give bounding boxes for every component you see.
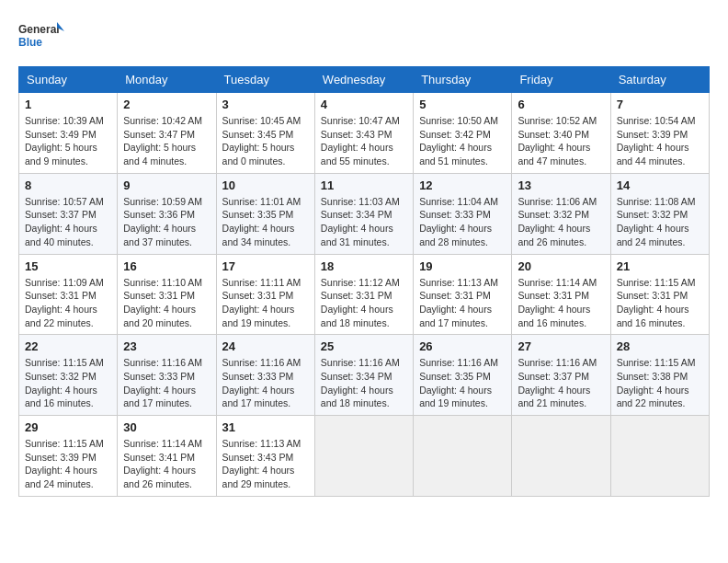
day-number: 21 [617, 259, 703, 273]
calendar-cell: 15Sunrise: 11:09 AM Sunset: 3:31 PM Dayl… [19, 254, 118, 335]
cell-text: Sunrise: 11:16 AM Sunset: 3:33 PM Daylig… [123, 356, 210, 410]
page-header: General Blue [18, 18, 710, 57]
calendar-cell: 11Sunrise: 11:03 AM Sunset: 3:34 PM Dayl… [314, 173, 413, 254]
cell-text: Sunrise: 11:16 AM Sunset: 3:35 PM Daylig… [419, 356, 506, 410]
day-number: 31 [222, 420, 309, 434]
calendar-cell: 23Sunrise: 11:16 AM Sunset: 3:33 PM Dayl… [118, 335, 216, 416]
day-number: 16 [123, 259, 210, 273]
cell-text: Sunrise: 10:45 AM Sunset: 3:45 PM Daylig… [222, 114, 309, 168]
day-number: 6 [518, 98, 604, 111]
calendar-cell: 25Sunrise: 11:16 AM Sunset: 3:34 PM Dayl… [314, 335, 413, 416]
day-number: 18 [321, 259, 407, 273]
day-number: 1 [25, 98, 111, 111]
day-number: 23 [123, 339, 210, 353]
cell-text: Sunrise: 11:09 AM Sunset: 3:31 PM Daylig… [25, 276, 111, 330]
logo: General Blue [18, 18, 64, 57]
cell-text: Sunrise: 11:08 AM Sunset: 3:32 PM Daylig… [617, 195, 703, 249]
svg-text:Blue: Blue [18, 36, 42, 49]
cell-text: Sunrise: 11:16 AM Sunset: 3:33 PM Daylig… [222, 356, 309, 410]
calendar-cell: 24Sunrise: 11:16 AM Sunset: 3:33 PM Dayl… [216, 335, 314, 416]
day-header-tuesday: Tuesday [216, 67, 314, 93]
calendar-cell: 8Sunrise: 10:57 AM Sunset: 3:37 PM Dayli… [19, 173, 118, 254]
week-row-3: 15Sunrise: 11:09 AM Sunset: 3:31 PM Dayl… [19, 254, 710, 335]
calendar-cell: 13Sunrise: 11:06 AM Sunset: 3:32 PM Dayl… [512, 173, 610, 254]
calendar-cell: 22Sunrise: 11:15 AM Sunset: 3:32 PM Dayl… [19, 335, 118, 416]
cell-text: Sunrise: 11:10 AM Sunset: 3:31 PM Daylig… [123, 276, 210, 330]
cell-text: Sunrise: 10:39 AM Sunset: 3:49 PM Daylig… [25, 114, 111, 168]
day-number: 22 [25, 339, 111, 353]
cell-text: Sunrise: 10:59 AM Sunset: 3:36 PM Daylig… [123, 195, 210, 249]
cell-text: Sunrise: 11:11 AM Sunset: 3:31 PM Daylig… [222, 276, 309, 330]
day-number: 7 [617, 98, 703, 111]
calendar-cell: 3Sunrise: 10:45 AM Sunset: 3:45 PM Dayli… [216, 93, 314, 174]
day-number: 14 [617, 178, 703, 192]
cell-text: Sunrise: 11:12 AM Sunset: 3:31 PM Daylig… [321, 276, 407, 330]
cell-text: Sunrise: 11:15 AM Sunset: 3:32 PM Daylig… [25, 356, 111, 410]
cell-text: Sunrise: 10:42 AM Sunset: 3:47 PM Daylig… [123, 114, 210, 168]
calendar-header-row: SundayMondayTuesdayWednesdayThursdayFrid… [19, 67, 710, 93]
day-number: 20 [518, 259, 604, 273]
calendar-cell: 29Sunrise: 11:15 AM Sunset: 3:39 PM Dayl… [19, 416, 118, 497]
cell-text: Sunrise: 11:03 AM Sunset: 3:34 PM Daylig… [321, 195, 407, 249]
calendar-cell: 19Sunrise: 11:13 AM Sunset: 3:31 PM Dayl… [414, 254, 512, 335]
week-row-4: 22Sunrise: 11:15 AM Sunset: 3:32 PM Dayl… [19, 335, 710, 416]
cell-text: Sunrise: 11:16 AM Sunset: 3:34 PM Daylig… [321, 356, 407, 410]
calendar-cell: 4Sunrise: 10:47 AM Sunset: 3:43 PM Dayli… [314, 93, 413, 174]
cell-text: Sunrise: 11:14 AM Sunset: 3:31 PM Daylig… [518, 276, 604, 330]
cell-text: Sunrise: 11:13 AM Sunset: 3:31 PM Daylig… [419, 276, 506, 330]
logo-svg: General Blue [18, 18, 64, 57]
calendar-cell: 17Sunrise: 11:11 AM Sunset: 3:31 PM Dayl… [216, 254, 314, 335]
cell-text: Sunrise: 10:47 AM Sunset: 3:43 PM Daylig… [321, 114, 407, 168]
calendar-cell: 30Sunrise: 11:14 AM Sunset: 3:41 PM Dayl… [118, 416, 216, 497]
calendar-cell: 6Sunrise: 10:52 AM Sunset: 3:40 PM Dayli… [512, 93, 610, 174]
day-number: 30 [123, 420, 210, 434]
day-number: 24 [222, 339, 309, 353]
cell-text: Sunrise: 11:16 AM Sunset: 3:37 PM Daylig… [518, 356, 604, 410]
day-number: 15 [25, 259, 111, 273]
day-number: 9 [123, 178, 210, 192]
calendar-cell: 2Sunrise: 10:42 AM Sunset: 3:47 PM Dayli… [118, 93, 216, 174]
day-number: 17 [222, 259, 309, 273]
week-row-2: 8Sunrise: 10:57 AM Sunset: 3:37 PM Dayli… [19, 173, 710, 254]
day-header-monday: Monday [118, 67, 216, 93]
calendar-cell [414, 416, 512, 497]
day-number: 13 [518, 178, 604, 192]
cell-text: Sunrise: 11:01 AM Sunset: 3:35 PM Daylig… [222, 195, 309, 249]
week-row-5: 29Sunrise: 11:15 AM Sunset: 3:39 PM Dayl… [19, 416, 710, 497]
calendar-cell: 7Sunrise: 10:54 AM Sunset: 3:39 PM Dayli… [610, 93, 709, 174]
cell-text: Sunrise: 11:04 AM Sunset: 3:33 PM Daylig… [419, 195, 506, 249]
day-number: 2 [123, 98, 210, 111]
cell-text: Sunrise: 11:14 AM Sunset: 3:41 PM Daylig… [123, 437, 210, 491]
calendar-cell: 16Sunrise: 11:10 AM Sunset: 3:31 PM Dayl… [118, 254, 216, 335]
calendar-cell: 1Sunrise: 10:39 AM Sunset: 3:49 PM Dayli… [19, 93, 118, 174]
day-number: 28 [617, 339, 703, 353]
calendar-cell [512, 416, 610, 497]
calendar-cell: 28Sunrise: 11:15 AM Sunset: 3:38 PM Dayl… [610, 335, 709, 416]
cell-text: Sunrise: 11:15 AM Sunset: 3:31 PM Daylig… [617, 276, 703, 330]
calendar-table: SundayMondayTuesdayWednesdayThursdayFrid… [18, 66, 710, 497]
day-number: 5 [419, 98, 506, 111]
day-number: 25 [321, 339, 407, 353]
cell-text: Sunrise: 11:13 AM Sunset: 3:43 PM Daylig… [222, 437, 309, 491]
cell-text: Sunrise: 10:52 AM Sunset: 3:40 PM Daylig… [518, 114, 604, 168]
cell-text: Sunrise: 10:50 AM Sunset: 3:42 PM Daylig… [419, 114, 506, 168]
cell-text: Sunrise: 11:15 AM Sunset: 3:39 PM Daylig… [25, 437, 111, 491]
cell-text: Sunrise: 10:54 AM Sunset: 3:39 PM Daylig… [617, 114, 703, 168]
calendar-cell: 21Sunrise: 11:15 AM Sunset: 3:31 PM Dayl… [610, 254, 709, 335]
day-header-wednesday: Wednesday [314, 67, 413, 93]
day-number: 29 [25, 420, 111, 434]
calendar-cell: 31Sunrise: 11:13 AM Sunset: 3:43 PM Dayl… [216, 416, 314, 497]
cell-text: Sunrise: 11:06 AM Sunset: 3:32 PM Daylig… [518, 195, 604, 249]
day-number: 10 [222, 178, 309, 192]
calendar-cell: 26Sunrise: 11:16 AM Sunset: 3:35 PM Dayl… [414, 335, 512, 416]
week-row-1: 1Sunrise: 10:39 AM Sunset: 3:49 PM Dayli… [19, 93, 710, 174]
calendar-cell [610, 416, 709, 497]
calendar-cell [314, 416, 413, 497]
calendar-cell: 9Sunrise: 10:59 AM Sunset: 3:36 PM Dayli… [118, 173, 216, 254]
day-number: 12 [419, 178, 506, 192]
svg-text:General: General [18, 23, 60, 36]
calendar-cell: 10Sunrise: 11:01 AM Sunset: 3:35 PM Dayl… [216, 173, 314, 254]
day-header-friday: Friday [512, 67, 610, 93]
day-number: 19 [419, 259, 506, 273]
calendar-cell: 14Sunrise: 11:08 AM Sunset: 3:32 PM Dayl… [610, 173, 709, 254]
